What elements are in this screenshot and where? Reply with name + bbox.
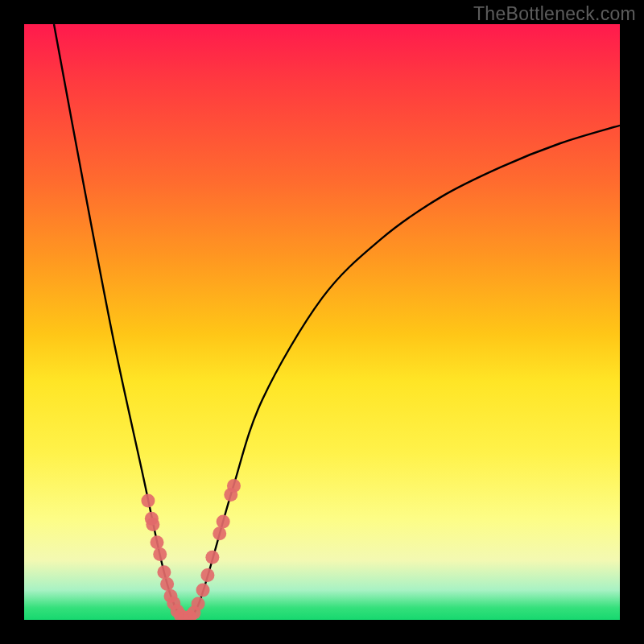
chart-frame: TheBottleneck.com bbox=[0, 0, 644, 644]
data-point bbox=[205, 551, 219, 564]
watermark-text: TheBottleneck.com bbox=[473, 3, 636, 25]
data-point bbox=[153, 547, 167, 561]
data-point bbox=[217, 514, 230, 528]
data-point bbox=[141, 494, 155, 508]
data-point bbox=[160, 577, 174, 591]
data-point bbox=[213, 526, 226, 540]
data-point bbox=[192, 597, 205, 611]
data-markers bbox=[141, 479, 241, 620]
plot-area bbox=[24, 24, 620, 620]
data-point bbox=[157, 565, 171, 579]
data-point bbox=[227, 479, 241, 493]
curve-svg bbox=[24, 24, 620, 620]
bottleneck-curve bbox=[54, 24, 620, 620]
data-point bbox=[151, 535, 164, 549]
data-point bbox=[200, 568, 214, 582]
data-point bbox=[146, 518, 159, 531]
data-point bbox=[196, 584, 210, 597]
